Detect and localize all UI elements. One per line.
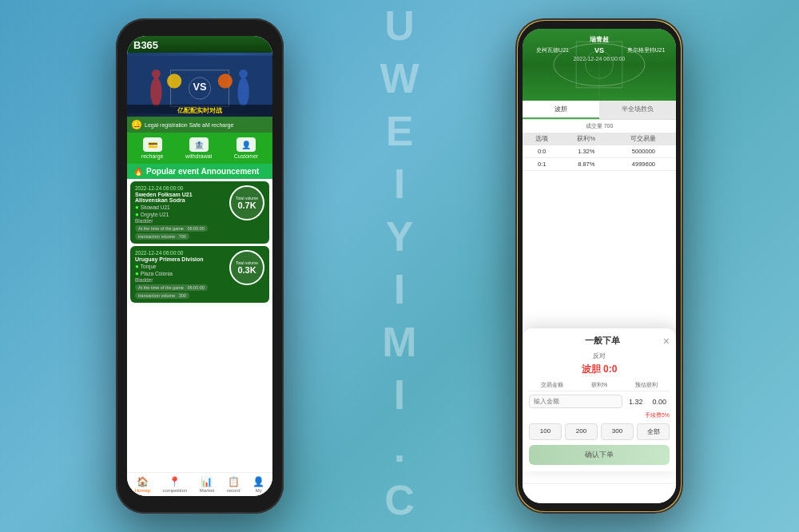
flame-icon: 🔥 [133, 167, 143, 176]
order-input-row: 1.32 0.00 [529, 395, 670, 408]
order-panel: 一般下单 × 反对 波胆 0:0 交易金额 获利% 预估获利 1.32 0.00… [523, 328, 676, 471]
odds-table: 选项 获利% 可交易量 0:0 1.32% 5000000 0:1 8.87% … [523, 133, 676, 171]
event-info-1: 2022-12-24 06:00:00 Sweden Folksam U21 A… [135, 185, 226, 240]
section-title: Popular event Announcement [146, 167, 259, 176]
amount-200[interactable]: 200 [565, 423, 598, 440]
withdrawal-label: withdrawal [185, 153, 212, 159]
right-bottom-nav [523, 483, 676, 503]
amount-300[interactable]: 300 [601, 423, 634, 440]
total-vol-value-1: 0.7K [237, 200, 256, 210]
col-profit: 获利% [562, 133, 611, 145]
nav-record[interactable]: 📋 record [227, 476, 240, 493]
order-handicap: 波胆 0:0 [529, 363, 670, 376]
odds-tradable-1: 5000000 [611, 145, 676, 158]
event-card-1[interactable]: 2022-12-24 06:00:00 Sweden Folksam U21 A… [130, 181, 269, 244]
hero-overlay-text: 亿配配实时对战 [127, 105, 272, 117]
customer-label: Customer [234, 153, 258, 159]
match-team-away: 奥尔格里特U21 [624, 46, 668, 54]
my-icon: 👤 [252, 476, 264, 487]
svg-text:VS: VS [193, 81, 207, 93]
left-phone-screen: B365 VS [127, 36, 272, 496]
col-option: 选项 [523, 133, 562, 145]
nav-home[interactable]: 🏠 Homep [135, 476, 150, 493]
competition-icon: 📍 [169, 476, 181, 487]
handicap-tabs: 波胆 半全场胜负 [523, 101, 676, 120]
event-team-2a: ● Torque [135, 263, 226, 270]
odds-option-1: 0:0 [523, 145, 562, 158]
fee-label: 手续费5% [529, 411, 670, 419]
odds-profit-2: 8.87% [562, 158, 611, 171]
market-icon: 📊 [201, 476, 213, 487]
col-rate-header: 获利% [576, 381, 623, 391]
match-vs: VS [594, 46, 604, 54]
watermark: JIUWEIYIMI.COM [376, 0, 423, 532]
event-date-1: 2022-12-24 06:00:00 [135, 185, 226, 191]
svg-rect-8 [167, 73, 181, 88]
nav-competition[interactable]: 📍 competition [163, 476, 188, 493]
bottom-nav: 🏠 Homep 📍 competition 📊 Market 📋 record … [127, 472, 272, 496]
event-volume-tag-1: transaction volume 700 [135, 233, 226, 240]
event-team-1b: ● Orgryte U21 [135, 211, 226, 218]
brand-label: B365 [133, 39, 158, 51]
order-col-headers: 交易金额 获利% 预估获利 [529, 381, 670, 391]
odds-row-1[interactable]: 0:0 1.32% 5000000 [523, 145, 676, 158]
svg-point-4 [152, 69, 161, 78]
order-title-bar: 一般下单 × [529, 335, 670, 347]
order-rate: 1.32 [626, 398, 646, 406]
event-extra-1: Bladder [135, 218, 226, 224]
event-team-2b: ● Plaza Colonia [135, 270, 226, 277]
info-bar: 🔔 Legal registration Safe aM recharge [127, 117, 272, 133]
col-amount-header: 交易金额 [529, 381, 576, 391]
left-phone-frame: B365 VS [116, 18, 284, 514]
home-icon: 🏠 [137, 476, 149, 487]
event-team-1a: ● Skowad U21 [135, 204, 226, 211]
hero-banner: VS 亿配配实时对战 [127, 53, 272, 117]
volume-tag-1: transaction volume 700 [135, 233, 189, 240]
nav-my[interactable]: 👤 My [252, 476, 264, 493]
volume-tag-2: transaction volume 300 [135, 292, 189, 299]
nav-market[interactable]: 📊 Market [200, 476, 214, 493]
amount-100[interactable]: 100 [529, 423, 562, 440]
right-phone-frame: 瑞青超 史柯瓦德U21 VS 奥尔格里特U21 2022-12-24 06:00… [515, 18, 683, 514]
svg-rect-9 [218, 73, 233, 88]
amount-all[interactable]: 全部 [637, 423, 670, 440]
market-label: Market [200, 488, 214, 493]
svg-point-6 [239, 69, 248, 78]
event-card-2[interactable]: 2022-12-24 06:00:00 Uruguay Primera Divi… [130, 246, 269, 303]
order-title-text: 一般下单 [542, 335, 663, 347]
my-label: My [256, 488, 262, 493]
popular-events-header: 🔥 Popular event Announcement [127, 164, 272, 179]
event-tags-1: At the time of the game 06:00:00 [135, 225, 226, 232]
odds-option-2: 0:1 [523, 158, 562, 171]
table-header-row: 选项 获利% 可交易量 [523, 133, 676, 145]
total-vol-value-2: 0.3K [237, 265, 256, 275]
recharge-icon: 💳 [143, 137, 162, 152]
competition-label: competition [163, 488, 188, 493]
confirm-button[interactable]: 确认下单 [529, 445, 670, 465]
quick-amounts: 100 200 300 全部 [529, 423, 670, 440]
match-team-home: 史柯瓦德U21 [531, 46, 574, 54]
action-customer[interactable]: 👤 Customer [234, 137, 258, 159]
home-label: Homep [135, 488, 150, 493]
info-icon: 🔔 [132, 120, 141, 129]
game-time-tag-2: At the time of the game 06:00:00 [135, 284, 208, 291]
game-time-tag-1: At the time of the game 06:00:00 [135, 225, 208, 232]
odds-row-2[interactable]: 0:1 8.87% 4999600 [523, 158, 676, 171]
volume-info: 成交量 700 [523, 120, 676, 133]
app-topbar: B365 [127, 36, 272, 53]
customer-icon: 👤 [237, 137, 256, 152]
amount-input[interactable] [529, 395, 622, 408]
event-league-1: Sweden Folksam U21 Allsvenskan Sodra [135, 192, 226, 203]
match-header: 瑞青超 史柯瓦德U21 VS 奥尔格里特U21 2022-12-24 06:00… [523, 29, 676, 101]
action-withdrawal[interactable]: 🏦 withdrawal [185, 137, 212, 159]
odds-tradable-2: 4999600 [611, 158, 676, 171]
tab-handicap[interactable]: 波胆 [523, 101, 599, 119]
recharge-label: recharge [141, 153, 164, 159]
event-volume-tag-2: transaction volume 300 [135, 292, 226, 299]
close-button[interactable]: × [663, 335, 670, 347]
action-recharge[interactable]: 💳 recharge [141, 137, 164, 159]
event-tags-2: At the time of the game 06:00:00 [135, 284, 226, 291]
svg-point-3 [150, 77, 162, 106]
volume-circle-1: Total volume 0.7K [229, 185, 264, 220]
tab-half-full[interactable]: 半全场胜负 [599, 101, 676, 119]
